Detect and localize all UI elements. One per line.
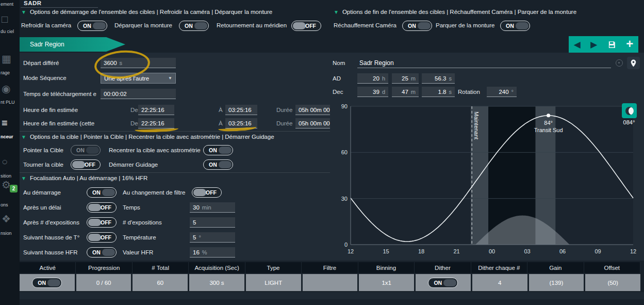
add-target-icon[interactable]: + — [626, 38, 633, 50]
nav-sidebar: ement □ du ciel ▦ rage ◉ nt PLU ≡ nceur … — [0, 0, 20, 305]
dec-degrees-input[interactable]: 39d — [357, 87, 388, 97]
park-mount-label: Parquer de la monture — [436, 22, 494, 28]
divider — [20, 172, 330, 173]
af-after-delay-toggle[interactable]: OFF — [87, 202, 117, 213]
target-toolbar: ◀ ▶ + — [569, 36, 638, 53]
cell-binning[interactable]: 1x1 — [359, 274, 414, 291]
cell-offset[interactable]: (50) — [585, 274, 640, 291]
altitude-chart: 0306090121518210003060912Maintenant84°Tr… — [335, 102, 640, 257]
center-target-label: Recentrer la cible avec astrométrie — [109, 147, 201, 153]
row-enabled-toggle[interactable]: ON — [32, 278, 62, 288]
svg-text:Transit Sud: Transit Sud — [534, 127, 563, 133]
rotate-target-toggle[interactable]: OFF — [71, 159, 101, 170]
sidebar-item-options[interactable]: ons — [1, 202, 8, 207]
park-mount-toggle[interactable]: ON — [500, 21, 530, 31]
meridian-flip-toggle[interactable]: OFF — [291, 21, 321, 31]
ra-seconds-input[interactable]: 56.3s — [422, 73, 455, 84]
rotation-label: Rotation — [458, 89, 480, 95]
row-dither-toggle[interactable]: ON — [428, 278, 458, 288]
sidebar-item-plugins[interactable]: nsion — [1, 231, 12, 236]
next-target-icon[interactable]: ▶ — [590, 40, 597, 49]
af-hfr-rise-toggle[interactable]: ON — [87, 247, 117, 258]
download-time-input[interactable]: 00:00:02 — [101, 89, 176, 99]
svg-text:06: 06 — [559, 248, 566, 254]
af-temperature-label: Température — [123, 234, 156, 240]
plugins-icon[interactable]: ❖ — [2, 214, 11, 224]
target-options-header[interactable]: ▼ Options de la cible | Pointer la Cible… — [21, 134, 274, 140]
end-options-header[interactable]: ▼ Options de fin de l'ensemble des cible… — [334, 9, 576, 15]
dec-minutes-input[interactable]: 47m — [392, 87, 419, 97]
slew-target-toggle[interactable]: ON — [71, 145, 101, 155]
sidebar-item-imaging[interactable]: sition — [1, 173, 11, 179]
af-hfr-rise-label: Suivant hausse HFR — [23, 249, 77, 255]
af-time-input[interactable]: 30min — [190, 202, 235, 213]
cell-total[interactable]: 60 — [133, 274, 188, 291]
af-exposures-label: # d'expositions — [123, 219, 162, 226]
cell-acquisition[interactable]: 300 s — [189, 274, 244, 291]
col-enabled: Activé — [20, 262, 76, 273]
target-tab[interactable]: Sadr Region — [20, 37, 125, 52]
svg-text:90: 90 — [341, 103, 348, 109]
af-hfr-value-input[interactable]: 16% — [190, 247, 235, 258]
ra-hours-input[interactable]: 20h — [357, 73, 388, 84]
previous-target-icon[interactable]: ◀ — [574, 40, 581, 49]
duree-label: Durée — [276, 120, 292, 126]
svg-text:Maintenant: Maintenant — [473, 111, 480, 139]
warm-camera-toggle[interactable]: ON — [402, 21, 432, 31]
divider — [21, 7, 98, 8]
nina-sequencer-page: { "ui": {"expander": "▼", "dropdown_arro… — [0, 0, 644, 305]
svg-text:09: 09 — [595, 248, 601, 254]
af-exposures-input[interactable]: 5 — [190, 217, 235, 228]
sidebar-item-framing[interactable]: rage — [1, 70, 10, 75]
sidebar-item-equipment[interactable]: ement — [1, 2, 13, 7]
cell-type[interactable]: LIGHT — [246, 274, 301, 291]
start-options-header[interactable]: ▼ Options de démarrage de l'ensemble des… — [21, 9, 272, 15]
start-guiding-toggle[interactable]: ON — [203, 159, 233, 170]
imaging-icon[interactable]: ○ — [2, 156, 8, 167]
sidebar-item-flat-wizard[interactable]: nt PLU — [1, 100, 15, 105]
af-filter-change-toggle[interactable]: OFF — [192, 187, 222, 198]
svg-text:18: 18 — [418, 248, 424, 254]
table-row: ON 0 / 60 60 300 s LIGHT 1x1 ON 4 (139) … — [20, 274, 640, 291]
est-finish-from: 22:25:16 — [138, 105, 174, 115]
cell-dither-every[interactable]: 4 — [472, 274, 527, 291]
af-after-exposures-toggle[interactable]: OFF — [87, 217, 117, 228]
af-on-start-toggle[interactable]: ON — [87, 187, 117, 198]
center-target-icon[interactable] — [616, 59, 623, 67]
af-temperature-input[interactable]: 5° — [190, 232, 235, 243]
bottom-strip — [20, 292, 644, 299]
framing-icon[interactable]: ▦ — [2, 54, 11, 64]
exposure-table: Activé Progression # Total Acquisition (… — [20, 262, 640, 291]
unpark-mount-label: Déparquer la monture — [114, 22, 172, 28]
sidebar-item-sky-atlas[interactable]: du ciel — [1, 29, 14, 34]
sequencer-icon[interactable]: ≡ — [2, 118, 8, 128]
table-header-row: Activé Progression # Total Acquisition (… — [20, 262, 640, 273]
cell-filter[interactable] — [303, 274, 358, 291]
cool-camera-toggle[interactable]: ON — [77, 21, 107, 31]
divider — [20, 131, 330, 132]
rotation-input[interactable]: 240° — [487, 87, 517, 97]
center-target-toggle[interactable]: ON — [203, 145, 233, 155]
moon-azimuth: 084° — [619, 119, 639, 125]
autofocus-header[interactable]: ▼ Focalisation Auto | Au démarrage | 16%… — [21, 175, 147, 181]
dec-seconds-input[interactable]: 1.8s — [422, 87, 455, 97]
col-acquisition: Acquisition (Sec) — [189, 262, 245, 273]
moon-phase-button[interactable] — [622, 103, 637, 118]
flat-wizard-icon[interactable]: ◉ — [2, 84, 10, 94]
af-temp-rise-toggle[interactable]: OFF — [87, 232, 117, 243]
target-name-input[interactable]: Sadr Region — [357, 58, 611, 68]
warm-camera-label: Réchauffement Caméra — [334, 22, 397, 28]
location-pin-button[interactable] — [627, 57, 640, 69]
cool-camera-label: Refroidir la caméra — [21, 22, 71, 28]
svg-text:12: 12 — [630, 248, 636, 254]
location-pin-icon — [630, 59, 637, 67]
af-after-exposures-label: Après # d'expositions — [23, 219, 79, 226]
svg-text:00: 00 — [489, 248, 495, 254]
unpark-mount-toggle[interactable]: ON — [179, 21, 209, 31]
svg-text:0: 0 — [344, 242, 348, 248]
cell-gain[interactable]: (139) — [529, 274, 584, 291]
save-icon[interactable] — [607, 40, 616, 49]
sidebar-item-sequencer[interactable]: nceur — [1, 134, 13, 139]
sky-atlas-icon[interactable]: □ — [2, 14, 8, 24]
ra-minutes-input[interactable]: 25m — [392, 73, 419, 84]
